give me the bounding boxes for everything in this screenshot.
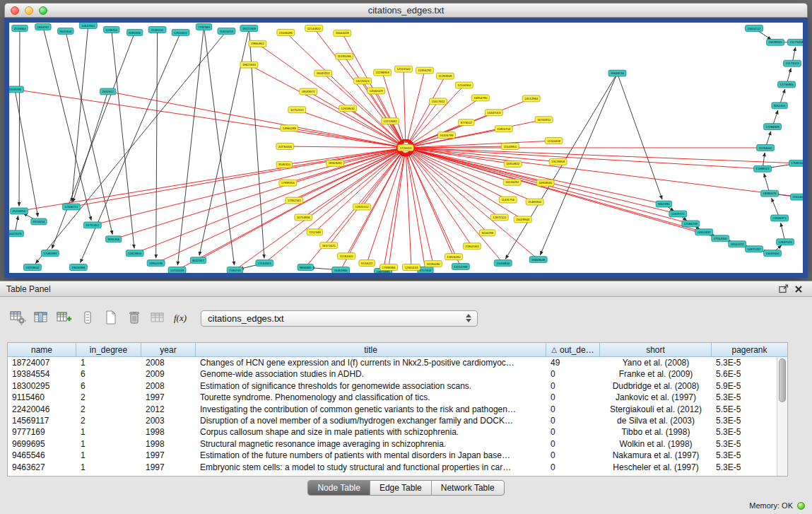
new-table-icon[interactable] bbox=[102, 310, 120, 327]
network-node[interactable]: 12920153 bbox=[403, 264, 420, 271]
table-row[interactable]: 1872400712008Changes of HCN gene express… bbox=[8, 357, 777, 368]
network-node[interactable]: 10590090 bbox=[424, 261, 442, 267]
network-node[interactable]: 10871297 bbox=[746, 246, 763, 252]
network-node[interactable]: 18669648 bbox=[529, 257, 547, 263]
network-node[interactable]: 10347013 bbox=[485, 110, 502, 116]
network-node[interactable]: 11543955 bbox=[501, 144, 519, 150]
scrollbar-thumb[interactable] bbox=[779, 358, 786, 402]
network-node[interactable]: 19860802 bbox=[249, 40, 266, 47]
table-row[interactable]: 946362711997Embryonic stem cells: a mode… bbox=[8, 462, 777, 473]
network-node[interactable]: 9778247 bbox=[459, 119, 474, 126]
network-node[interactable]: 23404112 bbox=[746, 25, 763, 31]
network-node[interactable]: 18221309 bbox=[240, 25, 258, 31]
float-panel-icon[interactable] bbox=[776, 284, 792, 293]
network-canvas[interactable]: 2510664183476286404041064760112487019285… bbox=[9, 23, 803, 273]
network-node[interactable]: 12504304 bbox=[455, 82, 473, 88]
network-node[interactable]: 22298959 bbox=[374, 69, 392, 76]
tab-network-table[interactable]: Network Table bbox=[432, 481, 504, 495]
network-node[interactable]: 16954790 bbox=[471, 95, 489, 101]
row-list-icon[interactable] bbox=[78, 310, 97, 327]
network-node[interactable]: 12610651 bbox=[172, 29, 189, 35]
network-node[interactable]: 8640404 bbox=[58, 28, 73, 34]
network-node[interactable]: 12618032 bbox=[339, 105, 357, 112]
column-header-pagerank[interactable]: pagerank bbox=[712, 343, 787, 357]
network-node[interactable]: 11283309 bbox=[436, 73, 454, 79]
network-node[interactable]: 17999366 bbox=[380, 264, 398, 271]
network-node[interactable]: 13129858 bbox=[549, 158, 567, 165]
network-node[interactable]: 9244298 bbox=[480, 230, 495, 236]
network-node[interactable]: 9155054 bbox=[31, 218, 47, 225]
vertical-scrollbar[interactable] bbox=[777, 357, 787, 476]
network-node[interactable]: 2510664 bbox=[12, 25, 28, 31]
table-row[interactable]: 1938455462009Genome-wide association stu… bbox=[8, 368, 777, 380]
network-node[interactable]: 14702039 bbox=[168, 267, 186, 273]
network-node[interactable]: 21802063 bbox=[463, 243, 481, 250]
network-node[interactable]: 10022023 bbox=[9, 230, 23, 237]
network-node[interactable]: 20730056 bbox=[276, 144, 294, 150]
network-node[interactable]: 8012357 bbox=[190, 257, 206, 264]
network-node[interactable]: 15824090 bbox=[445, 254, 462, 260]
tab-node-table[interactable]: Node Table bbox=[308, 481, 370, 495]
network-node[interactable]: 14560029 bbox=[367, 88, 385, 94]
table-row[interactable]: 2242004622012Investigating the contribut… bbox=[8, 404, 777, 415]
network-node[interactable]: 15988521 bbox=[754, 165, 772, 172]
network-node[interactable]: 12736866 bbox=[778, 81, 796, 88]
network-node[interactable]: 14512964 bbox=[522, 95, 540, 102]
delete-table-icon[interactable] bbox=[125, 310, 143, 327]
network-node[interactable]: 12506721 bbox=[62, 204, 80, 210]
zoom-window-button[interactable] bbox=[39, 6, 47, 15]
column-header-title[interactable]: title bbox=[196, 343, 546, 357]
network-node[interactable]: 21926972 bbox=[771, 215, 789, 221]
network-node[interactable]: 16461860 bbox=[332, 267, 350, 273]
network-node[interactable]: 14651837 bbox=[695, 229, 713, 235]
network-node[interactable]: 18621663 bbox=[240, 62, 258, 68]
network-node[interactable]: 17081504 bbox=[789, 160, 803, 166]
function-builder-icon[interactable]: f(x) bbox=[172, 310, 190, 327]
table-row[interactable]: 977716911998Corpus callosum shape and si… bbox=[8, 426, 777, 438]
network-node[interactable]: 16648734 bbox=[608, 70, 626, 76]
network-node[interactable]: 15956292 bbox=[416, 67, 433, 74]
column-header-short[interactable]: short bbox=[600, 343, 712, 357]
network-node[interactable]: 12847526 bbox=[777, 239, 794, 245]
network-node[interactable]: 7590744 bbox=[227, 267, 242, 273]
network-node[interactable]: 16041952 bbox=[314, 70, 332, 76]
network-node[interactable]: 16644428 bbox=[334, 30, 351, 36]
network-node[interactable]: 19056988 bbox=[69, 264, 87, 271]
network-node[interactable]: 16962096 bbox=[147, 260, 165, 267]
table-row[interactable]: 969969511998Structural magnetic resonanc… bbox=[8, 438, 777, 450]
network-node[interactable]: 12140822 bbox=[305, 25, 323, 31]
network-node[interactable]: 7252348 bbox=[307, 229, 322, 235]
network-node[interactable]: 15485902 bbox=[526, 199, 543, 205]
network-node[interactable]: 16958565 bbox=[536, 180, 554, 186]
close-window-button[interactable] bbox=[11, 6, 19, 15]
network-node[interactable]: 12213692 bbox=[382, 118, 399, 124]
network-node[interactable]: 12584238 bbox=[682, 221, 700, 227]
column-header-year[interactable]: year bbox=[141, 343, 196, 357]
network-node[interactable]: 12362341 bbox=[286, 197, 303, 204]
network-node[interactable]: 16740912 bbox=[535, 117, 553, 123]
network-node[interactable]: 14960288 bbox=[281, 125, 298, 132]
network-node[interactable]: 16326799 bbox=[437, 132, 455, 139]
network-node[interactable]: 7792363 bbox=[196, 23, 211, 30]
network-node[interactable]: 15037600 bbox=[764, 250, 782, 257]
network-node[interactable]: 2051612 bbox=[100, 88, 116, 95]
network-node[interactable]: 16754836 bbox=[295, 214, 312, 221]
network-node[interactable]: 16220624 bbox=[354, 78, 372, 84]
column-header-out_degree[interactable]: △out_de… bbox=[546, 343, 600, 357]
network-node[interactable]: 9591356 bbox=[106, 236, 122, 243]
minimize-window-button[interactable] bbox=[25, 6, 33, 15]
network-node[interactable]: 11234002 bbox=[757, 145, 775, 151]
network-node[interactable]: 11381111 bbox=[148, 26, 166, 33]
network-node[interactable]: 18385676 bbox=[761, 190, 779, 197]
new-column-icon[interactable] bbox=[55, 310, 73, 327]
network-node[interactable]: 15056804 bbox=[494, 260, 512, 267]
network-node[interactable]: 18303092 bbox=[326, 160, 344, 166]
network-node[interactable]: 15610253 bbox=[218, 28, 235, 34]
network-node[interactable]: 15617652 bbox=[429, 98, 447, 105]
tab-edge-table[interactable]: Edge Table bbox=[370, 481, 432, 495]
network-node[interactable]: 15173024 bbox=[784, 60, 801, 66]
column-header-in_degree[interactable]: in_degree bbox=[76, 343, 141, 357]
network-node[interactable]: 1248701 bbox=[104, 26, 119, 33]
network-node[interactable]: 17999356 bbox=[279, 180, 297, 186]
network-node[interactable]: 9861990 bbox=[656, 201, 671, 207]
